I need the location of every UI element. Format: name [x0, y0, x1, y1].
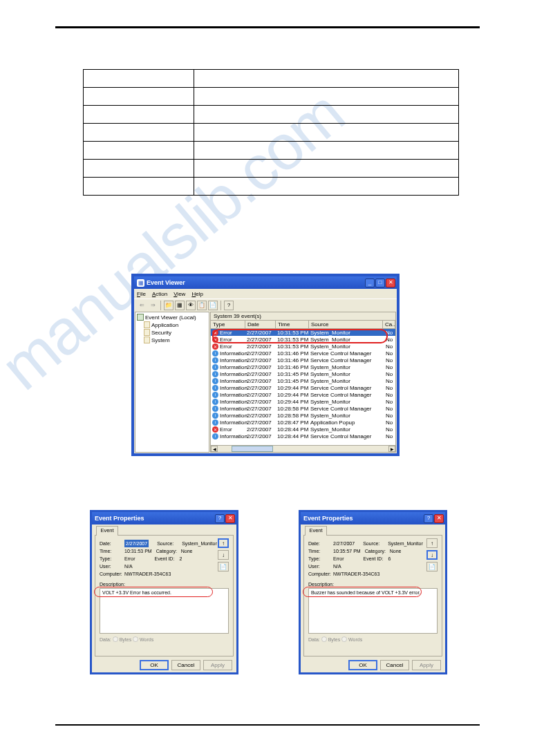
list-row[interactable]: ✕Error2/27/200710:28:44 PMSystem_Monitor…	[211, 426, 395, 433]
titlebar[interactable]: Event Properties ? ✕	[301, 512, 445, 525]
minimize-button[interactable]: _	[365, 278, 375, 287]
close-button[interactable]: ✕	[434, 514, 444, 523]
info-icon: i	[212, 371, 218, 377]
ok-button[interactable]: OK	[348, 660, 377, 670]
cell-date: 2/27/2007	[247, 399, 277, 405]
copy-button[interactable]: 📄	[218, 562, 229, 571]
next-event-button[interactable]: ↓	[426, 550, 438, 560]
ok-button[interactable]: OK	[140, 660, 169, 670]
list-row[interactable]: ✕Error2/27/200710:31:53 PMSystem_Monitor…	[211, 336, 395, 343]
list-row[interactable]: iInformation2/27/200710:31:46 PMSystem_M…	[211, 363, 395, 370]
cell-date: 2/27/2007	[247, 392, 277, 398]
apply-button[interactable]: Apply	[412, 660, 441, 670]
folder-icon	[137, 314, 144, 321]
menu-file[interactable]: File	[137, 291, 146, 297]
info-icon: i	[212, 378, 218, 384]
cell-category: No	[386, 343, 395, 350]
col-date[interactable]: Date	[245, 321, 276, 328]
list-row[interactable]: iInformation2/27/200710:28:47 PMApplicat…	[211, 419, 395, 426]
prev-event-button[interactable]: ↑	[218, 538, 229, 548]
cell-category: No	[386, 350, 395, 357]
event-tab[interactable]: Event	[305, 526, 327, 536]
dialog-title: Event Properties	[303, 515, 424, 522]
cancel-button[interactable]: Cancel	[380, 660, 409, 670]
menu-view[interactable]: View	[173, 291, 185, 297]
col-time[interactable]: Time	[276, 321, 309, 328]
value-category: None	[390, 547, 402, 555]
list-row[interactable]: ✕Error2/27/200710:31:53 PMSystem_Monitor…	[211, 343, 395, 350]
radio-words	[341, 636, 347, 642]
next-event-button[interactable]: ↓	[218, 550, 229, 560]
list-row[interactable]: iInformation2/27/200710:29:44 PMSystem_M…	[211, 398, 395, 405]
export-button[interactable]: 📄	[208, 301, 218, 310]
cell-type: Information	[220, 371, 247, 377]
menubar: File Action View Help	[134, 289, 397, 299]
horizontal-scrollbar[interactable]: ◀ ▶	[211, 445, 395, 452]
back-button[interactable]: ⇐	[137, 301, 147, 310]
col-category[interactable]: Ca...	[383, 321, 395, 328]
titlebar[interactable]: Event Properties ? ✕	[92, 512, 236, 525]
info-icon: i	[212, 392, 218, 398]
list-row[interactable]: iInformation2/27/200710:29:44 PMService …	[211, 384, 395, 391]
description-box[interactable]: VOLT +3.3V Error has occurred.	[100, 588, 229, 634]
menu-help[interactable]: Help	[191, 291, 203, 297]
list-row[interactable]: iInformation2/27/200710:28:58 PMService …	[211, 405, 395, 412]
up-button[interactable]: 📁	[164, 301, 173, 310]
close-button[interactable]: ✕	[225, 514, 235, 523]
apply-button[interactable]: Apply	[203, 660, 232, 670]
cell-category: No	[386, 399, 395, 405]
label-source: Source:	[157, 540, 182, 547]
event-viewer-window: ▦ Event Viewer _ □ ✕ File Action View He…	[131, 274, 400, 456]
col-type[interactable]: Type	[211, 321, 245, 328]
tree-item-label: System	[151, 337, 170, 343]
scroll-right[interactable]: ▶	[388, 446, 395, 452]
maximize-button[interactable]: □	[375, 278, 385, 287]
tree-application[interactable]: Application	[144, 321, 207, 328]
cell-date: 2/27/2007	[247, 433, 277, 440]
tree-root[interactable]: Event Viewer (Local)	[137, 314, 207, 321]
close-button[interactable]: ✕	[386, 278, 395, 287]
label-bytes: Bytes	[120, 637, 132, 642]
copy-button[interactable]: 📄	[426, 562, 438, 571]
cell-time: 10:29:44 PM	[277, 385, 310, 391]
prev-event-button[interactable]: ↑	[426, 538, 438, 548]
event-tab[interactable]: Event	[96, 526, 118, 536]
label-description: Description:	[308, 582, 438, 587]
cell-time: 10:31:46 PM	[277, 357, 310, 363]
value-source: System_Monitor	[388, 540, 423, 547]
forward-button[interactable]: ⇒	[148, 301, 158, 310]
refresh-button[interactable]: 📋	[197, 301, 207, 310]
list-row[interactable]: iInformation2/27/200710:31:45 PMSystem_M…	[211, 370, 395, 377]
list-row[interactable]: iInformation2/27/200710:31:45 PMSystem_M…	[211, 377, 395, 384]
list-row[interactable]: iInformation2/27/200710:29:44 PMService …	[211, 391, 395, 398]
label-time: Time:	[308, 547, 333, 555]
app-icon: ▦	[137, 279, 144, 287]
cell-type: Information	[220, 399, 247, 405]
tree-security[interactable]: Security	[144, 329, 207, 336]
cancel-button[interactable]: Cancel	[171, 660, 200, 670]
label-type: Type:	[308, 555, 333, 563]
scroll-thumb[interactable]	[232, 446, 273, 452]
view-button[interactable]: 👁	[186, 301, 196, 310]
help-button[interactable]: ?	[424, 514, 433, 523]
list-row[interactable]: iInformation2/27/200710:28:58 PMSystem_M…	[211, 412, 395, 419]
list-row[interactable]: ✕Error2/27/200710:31:53 PMSystem_Monitor…	[211, 329, 395, 336]
cell-time: 10:29:44 PM	[277, 392, 310, 398]
prop-button[interactable]: ▦	[175, 301, 185, 310]
cell-date: 2/27/2007	[247, 413, 277, 419]
list-row[interactable]: iInformation2/27/200710:31:46 PMService …	[211, 350, 395, 357]
list-header[interactable]: Type Date Time Source Ca...	[211, 321, 395, 329]
help-button[interactable]: ?	[215, 514, 225, 523]
list-row[interactable]: iInformation2/27/200710:28:44 PMService …	[211, 433, 395, 440]
menu-action[interactable]: Action	[152, 291, 167, 297]
list-row[interactable]: iInformation2/27/200710:31:46 PMService …	[211, 357, 395, 363]
titlebar[interactable]: ▦ Event Viewer _ □ ✕	[134, 276, 397, 289]
tree-pane[interactable]: Event Viewer (Local) Application Securit…	[135, 312, 209, 453]
help-button[interactable]: ?	[224, 301, 234, 310]
col-source[interactable]: Source	[309, 321, 383, 328]
cell-date: 2/27/2007	[247, 419, 277, 426]
data-format-row: Data: Bytes Words	[100, 636, 229, 642]
description-box[interactable]: Buzzer has sounded because of VOLT +3.3V…	[308, 588, 438, 634]
tree-system[interactable]: System	[144, 337, 207, 343]
scroll-left[interactable]: ◀	[211, 446, 218, 452]
